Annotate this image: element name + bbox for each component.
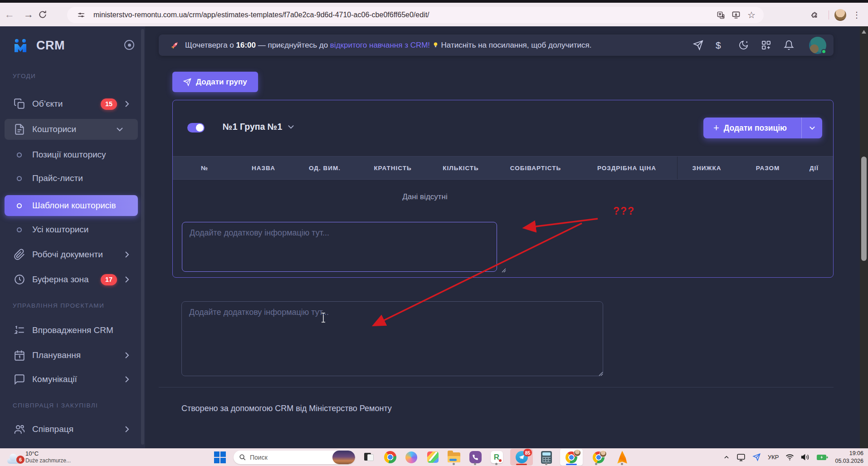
section-label-cooperation: СПІВПРАЦЯ І ЗАКУПІВЛІ	[13, 402, 135, 409]
crm-app: CRM УГОДИ Об’єкти 15 Кошториси	[0, 26, 868, 448]
cast-screen-icon[interactable]	[736, 453, 746, 462]
taskbar-search[interactable]: Поиск	[234, 451, 355, 464]
bookmark-star-icon[interactable]: ☆	[744, 7, 759, 23]
windows-taskbar: 6 10°C Duże zachmurze... Поиск	[0, 448, 868, 466]
browser-menu-icon[interactable]: ⋮	[849, 10, 864, 20]
wifi-icon[interactable]	[785, 453, 794, 461]
tray-chevron-up-icon[interactable]	[723, 454, 730, 461]
sidebar-item-buffer-zone[interactable]: Буферна зона 17	[0, 269, 145, 290]
group-note-textarea[interactable]	[182, 222, 497, 272]
weather-temperature: 10°C	[25, 450, 71, 457]
announcement-banner: Щочетверга о 16:00 — приєднуйтесь до від…	[159, 34, 834, 56]
dollar-icon[interactable]: $	[716, 40, 726, 50]
scrollbar-thumb[interactable]	[861, 157, 867, 261]
copilot-icon[interactable]	[404, 450, 419, 465]
tray-cursor-icon[interactable]	[752, 453, 761, 461]
col-unit: ОД. ВИМ.	[291, 157, 359, 179]
viber-icon[interactable]	[468, 450, 483, 465]
empty-state-text: Дані відсутні	[402, 192, 448, 201]
telegram-button-active[interactable]: 85	[510, 449, 533, 466]
file-explorer-icon[interactable]	[446, 450, 462, 465]
chevron-right-icon	[123, 276, 131, 283]
sidebar-pin-icon[interactable]	[124, 40, 134, 50]
sidebar-item-estimates[interactable]: Кошториси	[5, 119, 138, 140]
calendar-icon	[14, 349, 25, 361]
col-total: РАЗОМ	[736, 157, 800, 179]
search-highlight-image[interactable]	[332, 451, 355, 464]
app-logo[interactable]: CRM	[0, 34, 145, 56]
language-indicator[interactable]: УКР	[768, 454, 779, 461]
moon-icon[interactable]	[738, 40, 749, 50]
chrome-profile1-active[interactable]	[560, 449, 583, 466]
add-group-button[interactable]: Додати групу	[172, 72, 258, 92]
col-discount: ЗНИЖКА	[677, 157, 736, 179]
page-scrollbar[interactable]	[860, 26, 868, 448]
back-icon[interactable]: ←	[0, 9, 19, 20]
sidebar-item-label: Впровадження CRM	[32, 325, 113, 335]
browser-profile-avatar[interactable]	[834, 9, 846, 21]
bulb-icon	[432, 41, 439, 49]
sidebar-item-label: Шаблони кошторисів	[32, 201, 116, 211]
banner-link[interactable]: відкритого навчання з CRM!	[330, 41, 430, 49]
sidebar-item-estimate-positions[interactable]: Позиції кошторису	[0, 144, 145, 165]
banner-text-mid: — приєднуйтесь до	[258, 41, 328, 49]
banner-text-pre: Щочетверга о	[185, 41, 234, 49]
reload-icon[interactable]	[38, 10, 57, 19]
paint-app-icon[interactable]	[425, 450, 440, 465]
paperclip-icon	[14, 249, 25, 260]
scrollbar-up-arrow[interactable]	[862, 30, 866, 34]
chrome-profile-avatar	[600, 450, 607, 457]
user-avatar[interactable]	[809, 37, 826, 54]
add-position-caret[interactable]	[801, 118, 822, 138]
sidebar-item-work-documents[interactable]: Робочі документи	[0, 244, 145, 265]
resize-grip-icon[interactable]	[501, 267, 506, 273]
firebase-app-icon[interactable]	[614, 450, 630, 465]
url-text[interactable]: ministerstvo-remontu.com.ua/crm/app/esti…	[93, 11, 713, 19]
browser-toolbar: ← → ministerstvo-remontu.com.ua/crm/app/…	[0, 3, 868, 26]
tray-clock[interactable]: 19:06 05.03.2026	[835, 450, 863, 465]
template-note-textarea[interactable]	[181, 301, 603, 376]
col-name: НАЗВА	[236, 157, 291, 179]
sidebar-item-estimate-templates[interactable]: Шаблони кошторисів	[5, 195, 138, 216]
chrome-icon[interactable]	[382, 450, 398, 465]
start-button[interactable]	[212, 450, 228, 465]
chrome-profile2-icon[interactable]	[589, 450, 609, 465]
volume-icon[interactable]	[801, 453, 809, 461]
install-app-icon[interactable]	[728, 7, 744, 23]
sidebar-item-planning[interactable]: Планування	[0, 345, 145, 366]
rc-app-icon[interactable]: R	[489, 450, 504, 465]
numbered-list-icon	[14, 324, 25, 336]
forward-icon[interactable]: →	[19, 9, 38, 20]
sidebar-item-cooperation[interactable]: Співпраця	[0, 419, 145, 440]
group-title[interactable]: №1 Група №1	[223, 122, 294, 132]
translate-icon[interactable]	[713, 7, 728, 23]
sidebar-item-label: Співпраця	[32, 424, 73, 434]
sidebar-item-objects[interactable]: Об’єкти 15	[0, 93, 145, 114]
site-settings-icon[interactable]	[73, 7, 89, 23]
sidebar-item-all-estimates[interactable]: Усі кошториси	[0, 219, 145, 240]
apps-grid-icon[interactable]	[761, 40, 771, 50]
bell-icon[interactable]	[784, 40, 794, 50]
task-view-button[interactable]	[361, 450, 376, 465]
extensions-icon[interactable]	[808, 7, 823, 23]
chevron-right-icon	[123, 376, 131, 383]
sidebar-item-communications[interactable]: Комунікації	[0, 369, 145, 390]
battery-icon[interactable]	[816, 454, 828, 461]
bullet-icon	[17, 176, 22, 181]
users-icon	[14, 423, 25, 435]
col-cost: СОБІВАРТІСТЬ	[495, 157, 576, 179]
add-position-button[interactable]: + Додати позицію	[703, 118, 822, 138]
sidebar-item-price-lists[interactable]: Прайс-листи	[0, 168, 145, 189]
table-header: № НАЗВА ОД. ВИМ. КРАТНІСТЬ КІЛЬКІСТЬ СОБ…	[173, 156, 833, 180]
sidebar-item-crm-implementation[interactable]: Впровадження CRM	[0, 320, 145, 341]
address-bar[interactable]: ministerstvo-remontu.com.ua/crm/app/esti…	[67, 7, 764, 23]
group-toggle[interactable]	[187, 123, 205, 132]
col-actions: ДІЇ	[800, 157, 829, 179]
calculator-icon[interactable]	[539, 450, 554, 465]
send-icon[interactable]	[693, 40, 703, 50]
col-number: №	[173, 157, 236, 179]
rocket-icon	[171, 41, 180, 50]
sidebar-item-label: Об’єкти	[32, 99, 63, 109]
annotation-question-marks: ???	[613, 205, 635, 217]
weather-widget[interactable]: 6 10°C Duże zachmurze...	[6, 448, 71, 466]
